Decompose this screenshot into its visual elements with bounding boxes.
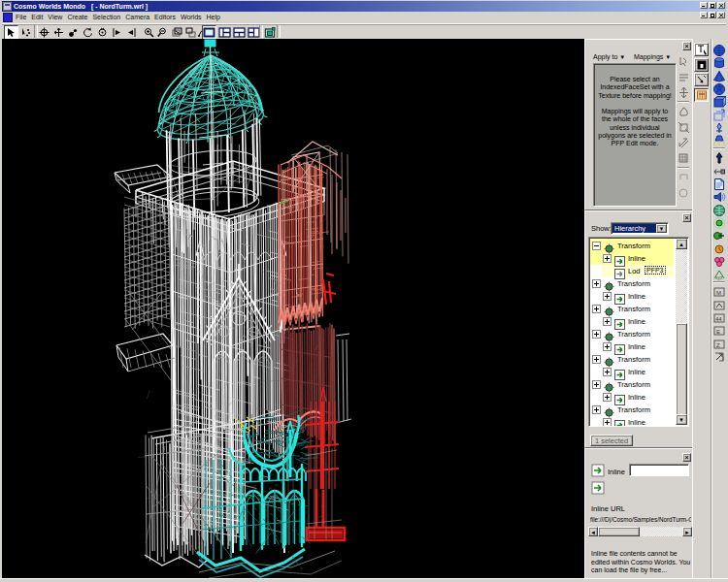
svg-text:44: 44 <box>715 316 722 322</box>
svg-text:E: E <box>716 329 720 335</box>
svg-text:M: M <box>716 290 721 296</box>
svg-text:xyz: xyz <box>715 275 723 280</box>
svg-text:Z: Z <box>716 341 720 347</box>
